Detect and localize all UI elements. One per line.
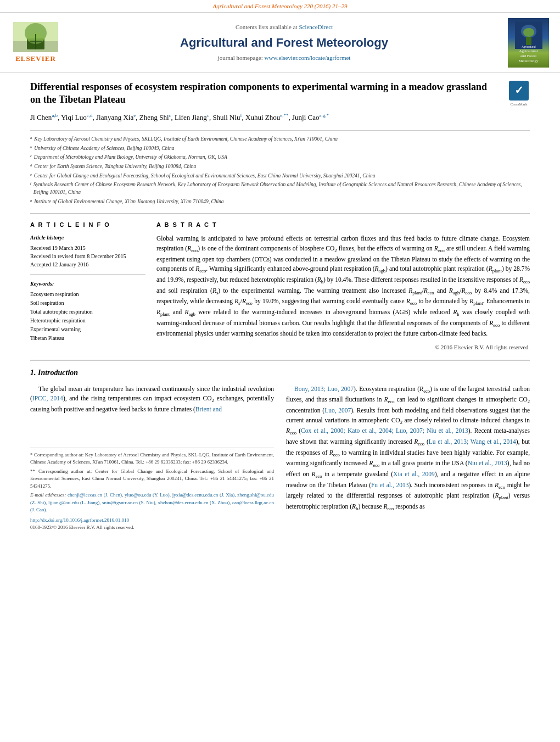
- crossmark-label: CrossMark: [510, 102, 527, 107]
- ipcc-ref[interactable]: IPCC, 2014: [32, 395, 63, 401]
- journal-url[interactable]: www.elsevier.com/locate/agrformet: [265, 54, 351, 61]
- affil-c: c Department of Microbiology and Plant B…: [30, 153, 530, 161]
- keyword-6: Tibetan Plateau: [30, 334, 145, 343]
- journal-citation: Agricultural and Forest Meteorology 220 …: [213, 3, 348, 9]
- abstract-text: Global warming is anticipated to have pr…: [156, 234, 530, 339]
- keywords-label: Keywords:: [30, 280, 145, 288]
- email-line: E-mail addresses: chenji@ieecas.cn (J. C…: [30, 492, 274, 514]
- svg-point-8: [523, 28, 534, 37]
- intro-col-left: The global mean air temperature has incr…: [30, 384, 274, 532]
- copyright-line: © 2016 Elsevier B.V. All rights reserved…: [156, 343, 530, 352]
- affil-e: e Center for Global Change and Ecologica…: [30, 172, 530, 180]
- article-info-heading: A R T I C L E I N F O: [30, 221, 145, 230]
- intro-section: 1. Introduction The global mean air temp…: [30, 360, 530, 532]
- issn-line: 0168-1923/© 2016 Elsevier B.V. All right…: [30, 524, 274, 532]
- section-heading-text: Introduction: [38, 369, 78, 377]
- crossmark: ✓ CrossMark: [508, 81, 530, 107]
- paper-content: Differential responses of ecosystem resp…: [0, 72, 560, 540]
- svg-rect-9: [526, 37, 531, 45]
- article-history: Article history: Received 19 March 2015 …: [30, 234, 145, 275]
- journal-header-center: Contents lists available at ScienceDirec…: [71, 23, 497, 63]
- doi-link[interactable]: http://dx.doi.org/10.1016/j.agrformet.20…: [30, 517, 129, 523]
- article-info-col: A R T I C L E I N F O Article history: R…: [30, 221, 145, 352]
- brient-ref[interactable]: Brient and: [195, 406, 222, 412]
- abstract-col: A B S T R A C T Global warming is antici…: [156, 221, 530, 352]
- journal-header: ELSEVIER Contents lists available at Sci…: [0, 13, 560, 72]
- affil-a: a Key Laboratory of Aerosol Chemistry an…: [30, 135, 530, 143]
- keyword-5: Experimental warming: [30, 325, 145, 334]
- keywords-section: Keywords: Ecosystem respiration Soil res…: [30, 280, 145, 343]
- abstract-heading: A B S T R A C T: [156, 221, 530, 230]
- section-number: 1.: [30, 369, 36, 377]
- intro-col-right: Bony, 2013; Luo, 2007). Ecosystem respir…: [286, 384, 530, 532]
- section-title: 1. Introduction: [30, 367, 530, 378]
- keyword-1: Ecosystem respiration: [30, 290, 145, 299]
- star2-text: ** Corresponding author at: Center for G…: [30, 468, 274, 489]
- crossmark-icon: ✓: [514, 82, 524, 98]
- journal-logo: Agricultural and Forest Meteorology Agri…: [508, 18, 549, 68]
- affil-d: d Center for Earth System Science, Tsing…: [30, 163, 530, 171]
- journal-title: Agricultural and Forest Meteorology: [71, 34, 497, 52]
- doi-line[interactable]: http://dx.doi.org/10.1016/j.agrformet.20…: [30, 517, 274, 525]
- intro-body: The global mean air temperature has incr…: [30, 384, 530, 532]
- bony-ref[interactable]: Bony, 2013; Luo, 2007: [294, 386, 354, 392]
- affiliations: a Key Laboratory of Aerosol Chemistry an…: [30, 130, 530, 205]
- intro-p2: Bony, 2013; Luo, 2007). Ecosystem respir…: [286, 384, 530, 513]
- luo-ref[interactable]: Luo, 2007: [324, 407, 351, 414]
- journal-bar: Agricultural and Forest Meteorology 220 …: [0, 0, 560, 13]
- svg-text:Agricultural: Agricultural: [522, 45, 535, 48]
- keyword-4: Heterotrophic respiration: [30, 316, 145, 325]
- footnote-star1: * Corresponding author at: Key Laborator…: [30, 451, 274, 466]
- article-info-abstract: A R T I C L E I N F O Article history: R…: [30, 213, 530, 352]
- crossmark-box: ✓: [509, 81, 529, 101]
- cox-ref[interactable]: Cox et al., 2000; Kato et al., 2004; Luo…: [301, 427, 468, 434]
- received-date: Received 19 March 2015: [30, 244, 145, 252]
- sciencedirect-link[interactable]: ScienceDirect: [299, 24, 333, 30]
- revised-date: Received in revised form 8 December 2015: [30, 252, 145, 260]
- keyword-3: Total autotrophic respiration: [30, 308, 145, 316]
- intro-p1: The global mean air temperature has incr…: [30, 384, 274, 415]
- elsevier-label: ELSEVIER: [15, 54, 56, 64]
- footnotes: * Corresponding author at: Key Laborator…: [30, 448, 274, 532]
- xia-ref[interactable]: Xia et al., 2009: [393, 471, 435, 477]
- elsevier-graphic: [13, 22, 58, 52]
- keyword-2: Soil respiration: [30, 299, 145, 308]
- authors-line: Ji Chena,b, Yiqi Luoc,d, Jianyang Xiae, …: [30, 111, 530, 124]
- title-area: Differential responses of ecosystem resp…: [30, 81, 530, 107]
- affil-g: g Institute of Global Environmental Chan…: [30, 198, 530, 206]
- fu-ref[interactable]: Fu et al., 2013: [371, 482, 408, 488]
- history-label: Article history:: [30, 234, 145, 242]
- lu-ref[interactable]: Lu et al., 2013; Wang et al., 2014: [429, 438, 516, 445]
- affil-f: f Synthesis Research Center of Chinese E…: [30, 181, 530, 197]
- paper-title: Differential responses of ecosystem resp…: [30, 81, 500, 107]
- elsevier-logo: ELSEVIER: [11, 22, 60, 64]
- niu-ref[interactable]: Niu et al., 2013: [468, 460, 507, 466]
- journal-homepage: journal homepage: www.elsevier.com/locat…: [71, 54, 497, 63]
- affil-b: b University of Chinese Academy of Scien…: [30, 144, 530, 153]
- contents-line: Contents lists available at ScienceDirec…: [71, 23, 497, 32]
- accepted-date: Accepted 12 January 2016: [30, 260, 145, 269]
- journal-logo-text: Agriculturaland ForestMeteorology: [518, 49, 538, 64]
- star1-text: * Corresponding author at: Key Laborator…: [30, 452, 274, 465]
- footnote-star2: ** Corresponding author at: Center for G…: [30, 468, 274, 490]
